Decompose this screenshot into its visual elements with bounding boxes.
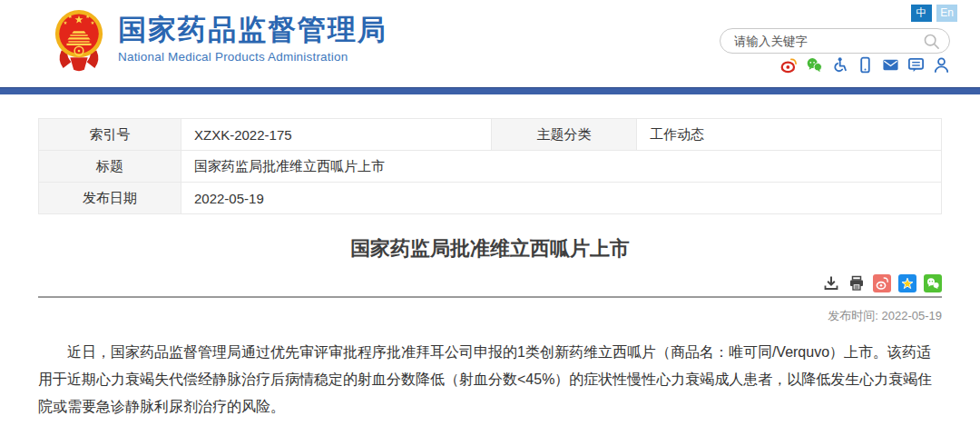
publish-time-value: 2022-05-19	[882, 309, 943, 322]
language-switcher: 中 En	[911, 5, 957, 22]
article-title: 国家药监局批准维立西呱片上市	[38, 235, 942, 263]
wechat-share-icon[interactable]	[924, 274, 942, 292]
article-paragraph: 维立西呱是一种可溶性鸟苷酸环化酶（sGC）刺激剂，通过直接刺激sGC，增加细胞内…	[38, 421, 942, 426]
wechat-icon[interactable]	[806, 56, 823, 74]
search-box	[720, 28, 950, 54]
search-icon[interactable]	[923, 33, 940, 50]
print-icon[interactable]	[848, 274, 866, 292]
mail-icon[interactable]	[882, 56, 899, 74]
publish-time-label: 发布时间:	[828, 309, 878, 322]
title-value: 国家药监局批准维立西呱片上市	[181, 151, 942, 183]
header-divider-bar	[0, 87, 980, 94]
publish-date-label: 发布日期	[39, 183, 181, 214]
document-info-table: 索引号 XZXK-2022-175 主题分类 工作动态 标题 国家药监局批准维立…	[38, 118, 942, 214]
topic-category-label: 主题分类	[492, 119, 637, 151]
search-input[interactable]	[734, 35, 923, 48]
mobile-icon[interactable]	[857, 56, 874, 74]
lang-en-button[interactable]: En	[936, 5, 957, 22]
article-body: 近日，国家药品监督管理局通过优先审评审批程序批准拜耳公司申报的1类创新药维立西呱…	[38, 339, 942, 426]
site-title-zh: 国家药品监督管理局	[118, 15, 387, 45]
weibo-icon[interactable]	[780, 56, 798, 74]
title-label: 标题	[39, 151, 181, 183]
site-header: 国家药品监督管理局 National Medical Products Admi…	[0, 0, 980, 87]
qzone-share-icon[interactable]	[898, 274, 916, 292]
header-social-links	[780, 56, 950, 74]
lang-zh-button[interactable]: 中	[911, 5, 932, 22]
index-number-label: 索引号	[39, 119, 181, 151]
index-number-value: XZXK-2022-175	[181, 119, 492, 151]
accessibility-icon[interactable]	[831, 56, 848, 74]
user-icon[interactable]	[933, 56, 950, 74]
publish-time: 发布时间: 2022-05-19	[38, 308, 942, 324]
message-icon[interactable]	[907, 56, 925, 74]
site-brand[interactable]: 国家药品监督管理局 National Medical Products Admi…	[53, 6, 387, 72]
article-paragraph: 近日，国家药品监督管理局通过优先审评审批程序批准拜耳公司申报的1类创新药维立西呱…	[38, 339, 942, 421]
brand-text: 国家药品监督管理局 National Medical Products Admi…	[118, 6, 387, 64]
table-row: 索引号 XZXK-2022-175 主题分类 工作动态	[39, 119, 942, 151]
site-title-en: National Medical Products Administration	[118, 50, 387, 64]
publish-date-value: 2022-05-19	[181, 183, 942, 214]
article-toolbar	[38, 273, 942, 293]
page: 国家药品监督管理局 National Medical Products Admi…	[0, 0, 980, 426]
weibo-share-icon[interactable]	[873, 274, 891, 292]
topic-category-value: 工作动态	[637, 119, 942, 151]
title-divider	[38, 296, 942, 298]
download-icon[interactable]	[822, 274, 840, 292]
table-row: 标题 国家药监局批准维立西呱片上市	[39, 151, 942, 183]
table-row: 发布日期 2022-05-19	[39, 183, 942, 214]
national-emblem-logo	[53, 6, 105, 72]
main-content: 索引号 XZXK-2022-175 主题分类 工作动态 标题 国家药监局批准维立…	[38, 118, 942, 426]
